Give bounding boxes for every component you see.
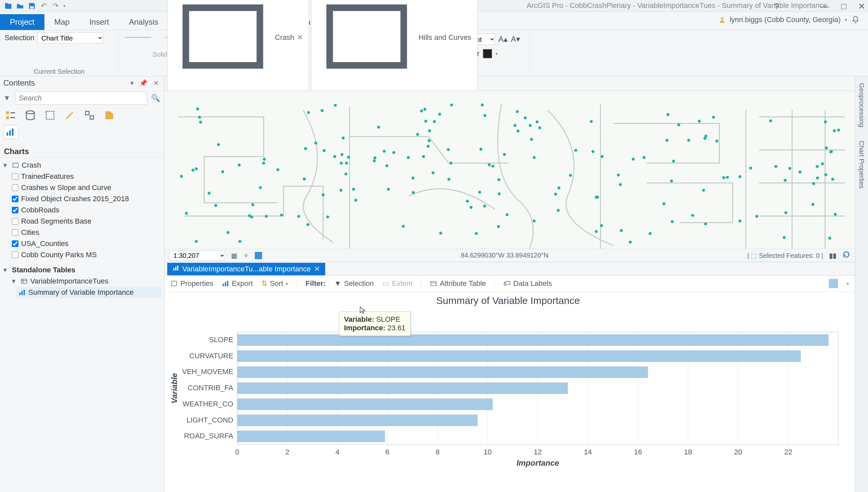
nav-icon[interactable]	[255, 252, 262, 259]
layer-checkbox[interactable]	[12, 184, 19, 191]
list-by-editing-icon[interactable]	[64, 109, 76, 121]
pane-close-icon[interactable]: ✕	[153, 79, 161, 87]
layer-checkbox[interactable]	[12, 207, 19, 214]
map-view[interactable]: 1:30,207 ▦ ✧ 84.6299030°W 33.8949120°N |…	[164, 91, 855, 262]
open-icon[interactable]	[16, 2, 24, 10]
list-by-labeling-icon[interactable]	[103, 109, 115, 121]
attribute-table-button[interactable]: Attribute Table	[430, 279, 486, 288]
svg-text:22: 22	[784, 448, 792, 456]
chart-tab[interactable]: VariableImportanceTu...able Importance ✕	[167, 263, 325, 275]
chart-canvas[interactable]: 0246810121416182022SLOPECURVATUREVEH_MOV…	[171, 310, 845, 487]
chart-bar[interactable]	[237, 398, 493, 410]
tab-geoprocessing[interactable]: Geoprocessing	[858, 83, 865, 127]
line-solid[interactable]	[123, 32, 153, 42]
filter-selection-button[interactable]: ▼Selection	[334, 279, 374, 288]
pause-icon[interactable]: ▮▮	[829, 252, 836, 260]
svg-point-140	[422, 155, 425, 158]
chart-bar[interactable]	[237, 367, 648, 378]
redo-icon[interactable]: ↷	[51, 2, 60, 10]
table-name: VariableImportanceTues	[30, 277, 108, 286]
search-icon[interactable]: 🔍	[150, 93, 161, 104]
layer-checkbox[interactable]	[12, 229, 19, 236]
svg-rect-19	[20, 292, 21, 295]
map-tab-close-icon[interactable]: ✕	[297, 33, 303, 42]
selection-dropdown[interactable]: Chart Title	[37, 32, 103, 44]
layer-item[interactable]: Crashes w Slope and Curve	[3, 182, 162, 193]
svg-point-86	[263, 158, 265, 161]
chart-bar[interactable]	[237, 431, 385, 442]
tab-insert[interactable]: Insert	[79, 14, 119, 30]
font-color-dropdown-icon[interactable]: ▾	[495, 51, 498, 56]
layer-checkbox[interactable]	[12, 252, 19, 258]
font-color-swatch[interactable]	[483, 49, 492, 58]
chart-options-dropdown-icon[interactable]: ▾	[847, 281, 849, 286]
font-grow-icon[interactable]: A▴	[499, 34, 508, 44]
svg-point-26	[666, 139, 668, 142]
chart-bar[interactable]	[237, 350, 801, 362]
pane-options-icon[interactable]: ▾	[130, 79, 136, 87]
data-labels-button[interactable]: 🏷Data Labels	[503, 279, 552, 288]
snap-icon[interactable]: ✧	[243, 252, 249, 260]
tab-project[interactable]: Project	[0, 14, 45, 30]
layer-item[interactable]: TrainedFeatures	[3, 171, 162, 182]
notifications-icon[interactable]	[851, 15, 860, 24]
search-input[interactable]	[15, 92, 147, 105]
chart-legend-button[interactable]	[829, 279, 838, 288]
constraint-icon[interactable]: ▦	[231, 252, 237, 260]
map-tab-crash[interactable]: Crash ✕	[167, 0, 309, 91]
undo-icon[interactable]: ↶	[40, 2, 48, 10]
layer-item[interactable]: Cities	[3, 227, 162, 238]
sort-button[interactable]: ⇅Sort▾	[261, 279, 288, 288]
layer-item[interactable]: CobbRoads	[3, 204, 162, 216]
layer-checkbox[interactable]	[12, 240, 19, 247]
layer-item[interactable]: Cobb County Parks MS	[3, 249, 162, 261]
chart-title: Summary of Variable Importance	[171, 295, 845, 306]
svg-point-73	[383, 150, 386, 153]
chart-bar[interactable]	[237, 334, 829, 346]
standalone-header[interactable]: ▾Standalone Tables	[3, 265, 162, 276]
list-by-selection-icon[interactable]	[44, 109, 56, 121]
chart-item-selected[interactable]: Summary of Variable Importance	[16, 287, 162, 298]
svg-point-87	[265, 215, 268, 218]
chart-bar[interactable]	[237, 415, 478, 426]
user-dropdown-icon[interactable]: ▾	[845, 17, 847, 22]
tab-map[interactable]: Map	[45, 14, 80, 30]
scale-dropdown[interactable]: 1:30,207	[169, 251, 225, 261]
tab-analysis[interactable]: Analysis	[119, 14, 168, 30]
properties-button[interactable]: Properties	[171, 279, 213, 288]
list-by-snapping-icon[interactable]	[84, 109, 96, 121]
maximize-icon[interactable]: □	[841, 1, 846, 11]
layer-checkbox[interactable]	[12, 173, 19, 180]
list-by-source-icon[interactable]	[24, 109, 36, 121]
user-badge[interactable]: lynn.biggs (Cobb County, Georgia) ▾	[719, 15, 860, 24]
map-tab-hills[interactable]: Hills and Curves	[311, 0, 478, 91]
project-icon[interactable]	[4, 2, 12, 10]
pane-pin-icon[interactable]: 📌	[139, 79, 149, 87]
close-icon[interactable]: ✕	[858, 1, 865, 11]
layer-item[interactable]: USA_Counties	[3, 238, 162, 249]
help-icon[interactable]: ?	[774, 1, 779, 11]
chart-tab-close-icon[interactable]: ✕	[314, 265, 320, 273]
filter-icon[interactable]: ▼	[3, 94, 12, 102]
svg-point-50	[307, 111, 310, 114]
table-node[interactable]: ▾ VariableImportanceTues	[3, 276, 162, 287]
layer-item[interactable]: Road Segments Base	[3, 216, 162, 227]
svg-point-31	[774, 165, 777, 168]
svg-point-177	[424, 120, 427, 123]
layer-checkbox[interactable]	[12, 218, 19, 225]
minimize-icon[interactable]: —	[821, 1, 829, 11]
tab-chart-properties[interactable]: Chart Properties	[858, 141, 865, 189]
chart-view-button[interactable]	[3, 125, 19, 139]
export-button[interactable]: Export	[222, 279, 253, 288]
layer-checkbox[interactable]	[12, 196, 19, 202]
list-by-drawing-icon[interactable]	[5, 109, 17, 121]
svg-point-156	[821, 162, 824, 165]
chart-bar[interactable]	[237, 382, 568, 394]
layer-item[interactable]: Fixed Object Crashes 2015_2018	[3, 193, 162, 204]
font-shrink-icon[interactable]: A▾	[511, 34, 520, 44]
refresh-icon[interactable]	[842, 251, 850, 260]
filter-extent-button[interactable]: ▭Extent	[382, 279, 412, 288]
save-icon[interactable]	[28, 2, 36, 10]
layer-group[interactable]: ▾ Crash	[3, 160, 162, 171]
qat-dropdown-icon[interactable]: ▾	[63, 3, 66, 8]
